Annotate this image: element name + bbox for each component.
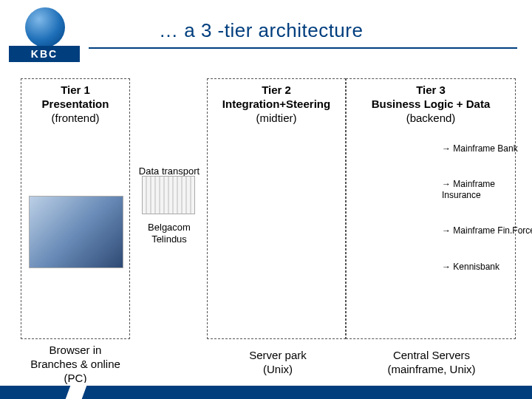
tier1-box: Tier 1 Presentation (frontend) (21, 78, 130, 339)
tier1-caption: Browser in Branches & online (PC) (16, 344, 134, 385)
tier3-head: Tier 3 Business Logic + Data (backend) (347, 79, 515, 125)
footer-bar (0, 386, 532, 399)
tier1-head: Tier 1 Presentation (frontend) (21, 79, 129, 125)
mainframe-item: → Mainframe Fin.Force (442, 225, 532, 236)
tier2-role: Integration+Steering (208, 98, 345, 112)
tier1-role: Presentation (21, 98, 129, 112)
data-transport-image (142, 176, 195, 214)
kbc-logo: KBC (9, 7, 80, 62)
mainframe-list: → Mainframe Bank → Mainframe Insurance →… (442, 143, 532, 272)
data-transport-label: Data transport (133, 166, 205, 177)
tier2-layer: (midtier) (208, 112, 345, 126)
tier2-box: Tier 2 Integration+Steering (midtier) (207, 78, 346, 339)
tier2-head: Tier 2 Integration+Steering (midtier) (208, 79, 345, 125)
tier3-caption: Central Servers (mainframe, Unix) (352, 349, 511, 377)
logo-globe-icon (25, 7, 65, 47)
mainframe-item: → Kennisbank (442, 262, 532, 272)
header: KBC … a 3 -tier architecture (0, 0, 532, 53)
tier3-role: Business Logic + Data (347, 98, 515, 112)
carrier-label: Belgacom Telindus (135, 222, 203, 246)
tier2-name: Tier 2 (208, 83, 345, 98)
logo-text: KBC (9, 46, 80, 62)
tier2-caption: Server park (Unix) (223, 349, 332, 377)
tier1-layer: (frontend) (21, 112, 129, 126)
tier1-name: Tier 1 (21, 83, 129, 98)
tier3-layer: (backend) (347, 112, 515, 126)
mainframe-item: → Mainframe Bank (442, 143, 532, 154)
architecture-diagram: Tier 1 Presentation (frontend) Tier 2 In… (21, 74, 517, 369)
title-underline (89, 47, 517, 49)
keyboard-image (29, 196, 123, 268)
page-title: … a 3 -tier architecture (159, 19, 363, 42)
mainframe-item: → Mainframe Insurance (442, 179, 532, 200)
tier3-name: Tier 3 (347, 83, 515, 98)
